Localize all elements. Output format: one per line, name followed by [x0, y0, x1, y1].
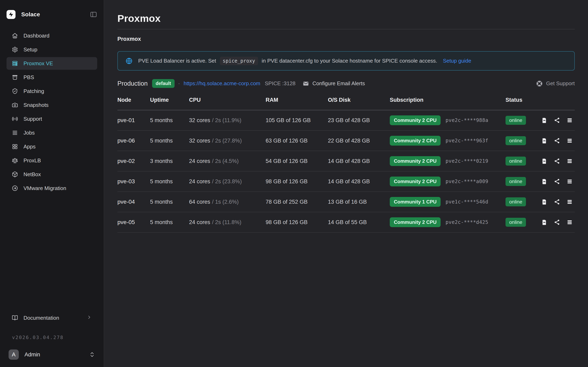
list-lines-icon [12, 130, 18, 136]
node-menu-button[interactable] [567, 138, 573, 144]
subscription-badge: Community 2 CPU [390, 217, 441, 227]
node-cpu-load: / 2s (27.8%) [212, 138, 242, 144]
node-menu-button[interactable] [567, 199, 573, 205]
sidebar: Solace Dashboard Setup Proxmox VE PBS Pa… [0, 0, 104, 367]
node-share-button[interactable] [554, 117, 560, 123]
sidebar-item-snapshots[interactable]: Snapshots [7, 99, 97, 111]
share-icon [554, 178, 560, 184]
node-cpu-load: / 1s (2.6%) [212, 199, 239, 205]
row-actions [541, 219, 575, 225]
table-row: pve-03 5 months 24 cores/ 2s (23.8%) 98 … [117, 171, 575, 192]
node-status: online [506, 218, 575, 227]
sidebar-item-pbs[interactable]: PBS [7, 71, 97, 83]
row-actions [541, 178, 575, 184]
table-row: pve-01 5 months 32 cores/ 2s (11.9%) 105… [117, 110, 575, 131]
node-cpu: 24 cores/ 2s (4.5%) [189, 158, 266, 164]
sidebar-item-label: Proxmox VE [24, 60, 53, 67]
status-badge: online [506, 197, 526, 206]
node-cpu: 24 cores/ 2s (11.8%) [189, 219, 266, 225]
node-menu-button[interactable] [567, 178, 573, 184]
node-logs-button[interactable] [541, 199, 547, 205]
column-header-status: Status [506, 97, 575, 103]
node-name: pve-01 [117, 117, 150, 124]
get-support-button[interactable]: Get Support [536, 80, 575, 87]
sidebar-item-netbox[interactable]: NetBox [7, 168, 97, 181]
sidebar-item-jobs[interactable]: Jobs [7, 126, 97, 139]
spice-port-label: SPICE :3128 [265, 80, 295, 87]
node-status: online [506, 197, 575, 206]
life-buoy-icon [536, 80, 543, 87]
banner-message-after: in PVE datacenter.cfg to your Solace hos… [262, 58, 437, 64]
node-menu-button[interactable] [567, 219, 573, 225]
sidebar-item-dashboard[interactable]: Dashboard [7, 29, 97, 42]
node-disk: 14 GB of 428 GB [328, 178, 390, 185]
book-open-icon [12, 315, 18, 321]
user-menu[interactable]: A Admin [7, 350, 97, 360]
default-badge: default [152, 79, 174, 88]
share-icon [554, 199, 560, 205]
server-stack-icon [12, 60, 18, 67]
sidebar-item-setup[interactable]: Setup [7, 43, 97, 56]
get-support-label: Get Support [546, 80, 575, 87]
node-menu-button[interactable] [567, 158, 573, 164]
column-header-ram: RAM [266, 97, 328, 103]
sidebar-item-label: Apps [24, 143, 35, 150]
configure-email-alerts-label: Configure Email Alerts [312, 80, 365, 87]
sidebar-item-proxlb[interactable]: ProxLB [7, 154, 97, 167]
sidebar-item-support[interactable]: Support [7, 113, 97, 125]
sidebar-item-proxmox-ve[interactable]: Proxmox VE [7, 57, 97, 70]
sidebar-collapse-icon[interactable] [90, 11, 97, 18]
subscription-key: pve2c-****0219 [445, 158, 488, 164]
node-share-button[interactable] [554, 178, 560, 184]
node-status: online [506, 157, 575, 166]
node-disk: 22 GB of 428 GB [328, 138, 390, 144]
node-share-button[interactable] [554, 199, 560, 205]
sidebar-item-vmware-migration[interactable]: VMware Migration [7, 182, 97, 194]
node-name: pve-05 [117, 219, 150, 225]
grid-icon [12, 143, 18, 150]
sidebar-item-documentation[interactable]: Documentation [7, 312, 97, 324]
node-name: pve-03 [117, 178, 150, 185]
cube-icon [12, 171, 18, 177]
documentation-label: Documentation [24, 315, 59, 321]
node-status: online [506, 136, 575, 145]
node-logs-button[interactable] [541, 219, 547, 225]
table-row: pve-02 3 months 24 cores/ 2s (4.5%) 54 G… [117, 151, 575, 171]
table-row: pve-05 5 months 24 cores/ 2s (11.8%) 98 … [117, 212, 575, 233]
nodes-table: Node Uptime CPU RAM O/S Disk Subscriptio… [117, 90, 575, 233]
sidebar-item-label: Patching [24, 88, 44, 94]
node-cpu-load: / 2s (4.5%) [212, 158, 239, 164]
sidebar-item-patching[interactable]: Patching [7, 85, 97, 98]
subscription-key: pve2c-****a009 [445, 179, 488, 184]
node-menu-button[interactable] [567, 117, 573, 123]
sidebar-item-label: Setup [24, 47, 37, 53]
configure-email-alerts-button[interactable]: Configure Email Alerts [303, 80, 365, 87]
gear-icon [12, 47, 18, 53]
node-cpu-load: / 2s (11.8%) [212, 219, 242, 225]
menu-bars-icon [567, 219, 573, 225]
menu-bars-icon [567, 117, 573, 123]
status-badge: online [506, 177, 526, 186]
file-text-icon [541, 117, 547, 123]
node-share-button[interactable] [554, 219, 560, 225]
solace-logo-icon [7, 10, 16, 19]
cluster-url-link[interactable]: https://hq.solace.acme-corp.com [183, 80, 260, 87]
file-text-icon [541, 138, 547, 144]
setup-guide-link[interactable]: Setup guide [443, 58, 471, 64]
sidebar-item-label: ProxLB [24, 157, 41, 164]
cluster-bar: Production default · https://hq.solace.a… [117, 79, 575, 88]
node-uptime: 5 months [150, 178, 189, 185]
sidebar-item-apps[interactable]: Apps [7, 140, 97, 153]
node-logs-button[interactable] [541, 138, 547, 144]
node-share-button[interactable] [554, 138, 560, 144]
node-ram: 98 GB of 126 GB [266, 178, 328, 185]
subscription-badge: Community 1 CPU [390, 197, 441, 207]
node-logs-button[interactable] [541, 158, 547, 164]
subscription-key: pve2c-****d425 [445, 219, 488, 225]
node-cpu: 64 cores/ 1s (2.6%) [189, 199, 266, 205]
node-subscription: Community 2 CPU pve2c-****a009 [390, 176, 506, 186]
node-logs-button[interactable] [541, 117, 547, 123]
node-share-button[interactable] [554, 158, 560, 164]
node-logs-button[interactable] [541, 178, 547, 184]
node-subscription: Community 1 CPU pve1c-****546d [390, 197, 506, 207]
